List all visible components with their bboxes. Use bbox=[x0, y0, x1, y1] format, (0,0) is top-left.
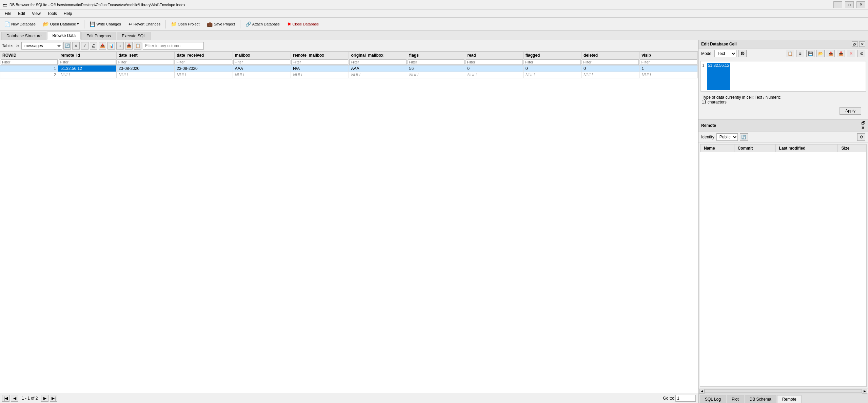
filter-apply-button[interactable]: ✓ bbox=[81, 42, 88, 50]
cell-deleted-1[interactable]: 0 bbox=[581, 65, 639, 72]
edit-cell-close-button[interactable]: ✕ bbox=[859, 41, 865, 47]
page-first-button[interactable]: |◀ bbox=[2, 395, 9, 402]
tab-execute-sql[interactable]: Execute SQL bbox=[117, 32, 151, 40]
close-button[interactable]: ✕ bbox=[856, 1, 865, 8]
tab-database-structure[interactable]: Database Structure bbox=[1, 32, 46, 40]
col-visib[interactable]: visib bbox=[639, 52, 698, 59]
hscroll-track[interactable] bbox=[705, 389, 862, 393]
cell-remote-mailbox-2[interactable]: NULL bbox=[291, 72, 349, 78]
filter-input[interactable] bbox=[143, 42, 204, 50]
cell-flagged-2[interactable]: NULL bbox=[523, 72, 581, 78]
cell-flags-2[interactable]: NULL bbox=[407, 72, 465, 78]
btm-tab-sql-log[interactable]: SQL Log bbox=[700, 395, 726, 403]
remote-close-button[interactable]: ✕ bbox=[861, 126, 865, 130]
menu-tools[interactable]: Tools bbox=[44, 11, 60, 17]
col-original-mailbox[interactable]: original_mailbox bbox=[349, 52, 407, 59]
attach-database-button[interactable]: 🔗 Attach Database bbox=[242, 20, 283, 28]
export-button-2[interactable]: 📊 bbox=[107, 42, 115, 50]
cell-remote-id-1[interactable]: 51.32.56.12 bbox=[58, 65, 116, 72]
cell-date-received-1[interactable]: 23-08-2020 bbox=[175, 65, 233, 72]
new-database-button[interactable]: 📄 New Database bbox=[1, 20, 39, 28]
cell-visib-2[interactable]: NULL bbox=[639, 72, 698, 78]
filter-remote-id[interactable] bbox=[59, 59, 116, 65]
hscroll-right-button[interactable]: ▶ bbox=[862, 389, 867, 394]
filter-read[interactable] bbox=[466, 59, 522, 65]
maximize-button[interactable]: □ bbox=[845, 1, 854, 8]
page-next-button[interactable]: ▶ bbox=[41, 395, 48, 402]
filter-rowid[interactable] bbox=[1, 59, 58, 65]
cell-flags-1[interactable]: 56 bbox=[407, 65, 465, 72]
cell-mailbox-2[interactable]: NULL bbox=[233, 72, 291, 78]
export-button-1[interactable]: 📤 bbox=[99, 42, 106, 50]
menu-help[interactable]: Help bbox=[60, 11, 76, 17]
cell-original-mailbox-2[interactable]: NULL bbox=[349, 72, 407, 78]
filter-mailbox[interactable] bbox=[233, 59, 290, 65]
goto-input[interactable] bbox=[675, 395, 696, 402]
print-button[interactable]: 🖨 bbox=[90, 42, 97, 50]
page-prev-button[interactable]: ◀ bbox=[11, 395, 18, 402]
tab-edit-pragmas[interactable]: Edit Pragmas bbox=[81, 32, 116, 40]
filter-deleted[interactable] bbox=[582, 59, 639, 65]
close-database-button[interactable]: ✖ Close Database bbox=[284, 20, 322, 28]
remote-settings-button[interactable]: ⚙ bbox=[857, 133, 865, 141]
table-select[interactable]: messages bbox=[21, 42, 62, 50]
cell-original-mailbox-1[interactable]: AAA bbox=[349, 65, 407, 72]
identity-select[interactable]: Public bbox=[716, 133, 738, 141]
hscroll-left-button[interactable]: ◀ bbox=[699, 389, 705, 394]
cell-remote-id-2[interactable]: NULL bbox=[58, 72, 116, 78]
cell-flagged-1[interactable]: 0 bbox=[523, 65, 581, 72]
btm-tab-plot[interactable]: Plot bbox=[727, 395, 744, 403]
col-date-sent[interactable]: date_sent bbox=[116, 52, 174, 59]
cell-visib-1[interactable]: 1 bbox=[639, 65, 698, 72]
col-remote-id[interactable]: remote_id bbox=[58, 52, 116, 59]
menu-view[interactable]: View bbox=[28, 11, 44, 17]
cell-remote-mailbox-1[interactable]: N/A bbox=[291, 65, 349, 72]
cell-deleted-2[interactable]: NULL bbox=[581, 72, 639, 78]
col-flagged[interactable]: flagged bbox=[523, 52, 581, 59]
table-row[interactable]: 2 NULL NULL NULL NULL NULL NULL NULL NUL… bbox=[0, 72, 698, 78]
col-rowid[interactable]: ROWID bbox=[0, 52, 58, 59]
tab-browse-data[interactable]: Browse Data bbox=[47, 32, 81, 40]
edit-export-button[interactable]: 📤 bbox=[827, 50, 835, 57]
edit-clear-button[interactable]: ✕ bbox=[847, 50, 855, 57]
btm-tab-db-schema[interactable]: DB Schema bbox=[745, 395, 776, 403]
btm-tab-remote[interactable]: Remote bbox=[777, 395, 802, 403]
import-button[interactable]: 📥 bbox=[125, 42, 133, 50]
edit-print-button[interactable]: 🖨 bbox=[857, 50, 865, 57]
col-remote-mailbox[interactable]: remote_mailbox bbox=[291, 52, 349, 59]
filter-flagged[interactable] bbox=[524, 59, 581, 65]
filter-original-mailbox[interactable] bbox=[349, 59, 406, 65]
save-project-button[interactable]: 💼 Save Project bbox=[204, 20, 238, 28]
apply-button[interactable]: Apply bbox=[840, 107, 861, 115]
col-date-received[interactable]: date_received bbox=[175, 52, 233, 59]
filter-remote-mailbox[interactable] bbox=[291, 59, 348, 65]
revert-changes-button[interactable]: ↩ Revert Changes bbox=[125, 20, 164, 28]
cell-read-1[interactable]: 0 bbox=[465, 65, 523, 72]
filter-flags[interactable] bbox=[408, 59, 465, 65]
open-database-button[interactable]: 📂 Open Database ▾ bbox=[40, 20, 82, 28]
translate-button[interactable]: ↕ bbox=[116, 42, 124, 50]
col-mailbox[interactable]: mailbox bbox=[233, 52, 291, 59]
copy-button[interactable]: 📋 bbox=[134, 42, 141, 50]
menu-file[interactable]: File bbox=[1, 11, 15, 17]
write-changes-button[interactable]: 💾 Write Changes bbox=[86, 20, 124, 28]
menu-edit[interactable]: Edit bbox=[15, 11, 28, 17]
filter-visib[interactable] bbox=[640, 59, 697, 65]
remote-refresh-button[interactable]: 🔄 bbox=[740, 133, 748, 141]
cell-read-2[interactable]: NULL bbox=[465, 72, 523, 78]
col-deleted[interactable]: deleted bbox=[581, 52, 639, 59]
col-flags[interactable]: flags bbox=[407, 52, 465, 59]
col-read[interactable]: read bbox=[465, 52, 523, 59]
filter-clear-button[interactable]: ✕ bbox=[72, 42, 80, 50]
edit-copy-button[interactable]: 📋 bbox=[786, 50, 794, 57]
edit-img-button[interactable]: 🖼 bbox=[738, 50, 747, 57]
open-project-button[interactable]: 📁 Open Project bbox=[168, 20, 202, 28]
cell-mailbox-1[interactable]: AAA bbox=[233, 65, 291, 72]
filter-date-sent[interactable] bbox=[117, 59, 174, 65]
refresh-button[interactable]: 🔄 bbox=[63, 42, 71, 50]
cell-date-received-2[interactable]: NULL bbox=[175, 72, 233, 78]
edit-align-button[interactable]: ≡ bbox=[796, 50, 804, 57]
table-row[interactable]: 1 51.32.56.12 23-08-2020 23-08-2020 AAA … bbox=[0, 65, 698, 72]
mode-select[interactable]: Text RTF Binary bbox=[714, 50, 736, 57]
edit-import-button[interactable]: 📥 bbox=[837, 50, 845, 57]
